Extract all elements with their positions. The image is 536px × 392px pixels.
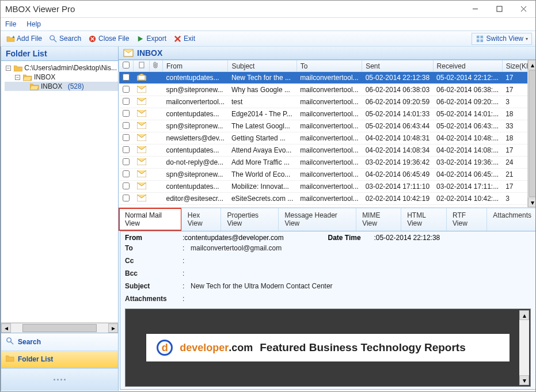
add-file-button[interactable]: + Add File (4, 33, 44, 44)
close-file-button[interactable]: Close File (86, 33, 131, 44)
scroll-right-icon[interactable]: ▸ (108, 324, 118, 333)
x-icon (173, 35, 182, 43)
table-row[interactable]: contentupdates...New Tech for the ...mai… (119, 72, 537, 84)
tab-rtf-view[interactable]: RTF View (446, 208, 487, 231)
table-row[interactable]: newsletters@dev...Getting Started ...mai… (119, 132, 537, 144)
search-icon (6, 337, 14, 347)
scroll-thumb[interactable] (529, 70, 536, 197)
col-received[interactable]: Received (433, 60, 502, 72)
table-row[interactable]: spn@sitepronew...The Latest Googl...mail… (119, 120, 537, 132)
scroll-up-icon[interactable]: ▴ (528, 60, 536, 70)
envelope-icon (134, 132, 150, 144)
col-sent[interactable]: Sent (362, 60, 433, 72)
menu-help[interactable]: Help (26, 20, 41, 28)
tab-hex-view[interactable]: Hex View (181, 208, 222, 231)
mail-grid[interactable]: From Subject To Sent Received Size(KB) c… (119, 60, 536, 205)
close-button[interactable] (511, 1, 535, 17)
left-panel: Folder List − C:\Users\admin\Desktop\Nis… (1, 47, 119, 391)
scroll-left-icon[interactable]: ◂ (1, 324, 11, 333)
table-row[interactable]: spn@sitepronew...The World of Eco...mail… (119, 169, 537, 181)
row-checkbox[interactable] (123, 98, 130, 105)
switch-view-button[interactable]: Switch View ▾ (472, 33, 532, 45)
cell-from: spn@sitepronew... (163, 169, 228, 181)
row-checkbox[interactable] (123, 182, 130, 189)
svg-point-5 (50, 35, 55, 40)
table-row[interactable]: contentupdates...Edge2014 - The P...mail… (119, 108, 537, 120)
envelope-icon (134, 181, 150, 193)
svg-line-17 (10, 341, 13, 344)
tab-properties-view[interactable]: Properties View (221, 208, 279, 231)
tree-inbox-child[interactable]: INBOX (528) (5, 82, 118, 91)
cell-to: mailconvertertool... (296, 169, 362, 181)
row-checkbox[interactable] (123, 146, 130, 153)
table-row[interactable]: spn@sitepronew...Why has Google ...mailc… (119, 84, 537, 96)
row-checkbox[interactable] (123, 134, 130, 141)
collapse-icon[interactable]: − (6, 66, 11, 71)
scroll-up-icon[interactable]: ▴ (519, 310, 529, 320)
svg-text:+: + (12, 35, 15, 40)
cell-sent: 04-02-2014 06:45:49 (362, 169, 433, 181)
left-tab-folder-list[interactable]: Folder List (1, 351, 118, 368)
cell-sent: 03-02-2014 17:11:10 (362, 181, 433, 193)
collapse-icon[interactable]: − (15, 75, 20, 80)
folder-icon (14, 64, 23, 72)
page-icon (138, 62, 145, 68)
exit-button[interactable]: Exit (171, 33, 197, 44)
cell-received: 02-02-2014 10:42:... (433, 193, 502, 205)
col-to[interactable]: To (296, 60, 362, 72)
row-checkbox[interactable] (123, 110, 130, 117)
table-row[interactable]: contentupdates...Attend Avaya Evo...mail… (119, 144, 537, 157)
tab-normal-mail-view[interactable]: Normal Mail View (119, 208, 182, 231)
cell-to: mailconvertertool... (296, 120, 362, 132)
tree-hscroll[interactable]: ◂ ▸ (1, 323, 118, 333)
cell-from: newsletters@dev... (163, 132, 228, 144)
maximize-button[interactable] (487, 1, 511, 17)
search-button[interactable]: Search (47, 33, 83, 44)
cell-to: mailconvertertool... (296, 72, 362, 84)
row-checkbox[interactable] (123, 158, 130, 165)
label-datetime: Date Time (328, 234, 374, 242)
folder-open-icon (30, 83, 39, 90)
table-row[interactable]: mailconvertertool...testmailconvertertoo… (119, 96, 537, 108)
col-check[interactable] (119, 60, 134, 72)
grid-vscroll[interactable]: ▴ ▾ (527, 60, 536, 207)
table-row[interactable]: contentupdates...Mobilize: Innovat...mai… (119, 181, 537, 193)
col-subject[interactable]: Subject (228, 60, 296, 72)
row-checkbox[interactable] (123, 74, 130, 81)
table-row[interactable]: editor@esitesecr...eSiteSecrets.com ...m… (119, 193, 537, 205)
mail-preview[interactable]: d developer.com Featured Business Techno… (125, 309, 531, 387)
cell-from: spn@sitepronew... (163, 84, 228, 96)
col-attachment[interactable] (150, 60, 163, 72)
preview-vscroll[interactable]: ▴ ▾ (519, 310, 529, 385)
minimize-button[interactable] (463, 1, 487, 17)
cell-received: 05-02-2014 22:12:... (433, 72, 502, 84)
check-all[interactable] (123, 62, 130, 68)
export-button[interactable]: Export (134, 33, 169, 44)
preview-headline: Featured Business Technology Reports (260, 341, 466, 354)
left-tab-search[interactable]: Search (1, 333, 118, 351)
scroll-thumb[interactable] (22, 324, 97, 332)
panel-handle[interactable] (1, 368, 118, 391)
menu-file[interactable]: File (5, 20, 16, 28)
col-icon[interactable] (134, 60, 150, 72)
folder-plus-icon: + (6, 35, 15, 43)
tab-message-header-view[interactable]: Message Header View (278, 208, 356, 231)
row-checkbox[interactable] (123, 195, 130, 201)
label-attachments: Attachments (125, 295, 183, 303)
table-row[interactable]: do-not-reply@de...Add More Traffic ...ma… (119, 157, 537, 169)
row-checkbox[interactable] (123, 170, 130, 177)
label-cc: Cc (125, 257, 183, 265)
scroll-down-icon[interactable]: ▾ (528, 197, 536, 207)
tab-attachments[interactable]: Attachments (486, 208, 536, 231)
tree-inbox[interactable]: − INBOX (5, 73, 118, 82)
col-from[interactable]: From (163, 60, 228, 72)
tree-root[interactable]: − C:\Users\admin\Desktop\Nis... (5, 63, 118, 73)
developer-logo-icon: d (157, 340, 173, 356)
grid-header-row[interactable]: From Subject To Sent Received Size(KB) (119, 60, 537, 72)
scroll-down-icon[interactable]: ▾ (519, 375, 529, 385)
row-checkbox[interactable] (123, 86, 130, 93)
tab-mime-view[interactable]: MIME View (356, 208, 401, 231)
folder-tree[interactable]: − C:\Users\admin\Desktop\Nis... − INBOX … (1, 61, 118, 323)
tab-html-view[interactable]: HTML View (401, 208, 447, 231)
row-checkbox[interactable] (123, 122, 130, 129)
